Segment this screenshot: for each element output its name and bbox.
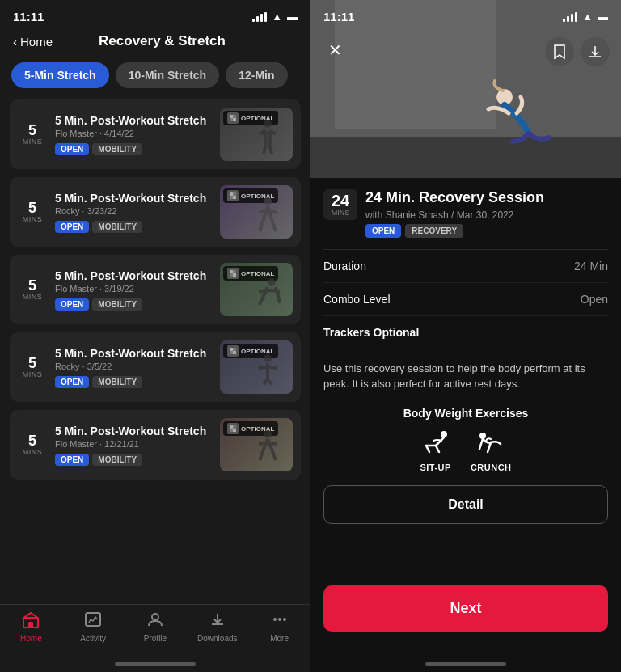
nav-home[interactable]: Home <box>0 611 62 643</box>
svg-point-31 <box>283 618 286 621</box>
workout-tags-2: OPEN MOBILITY <box>55 221 212 233</box>
detail-specs: Duration 24 Min Combo Level Open Tracker… <box>323 249 608 349</box>
nav-more[interactable]: More <box>248 611 310 643</box>
svg-rect-10 <box>230 270 233 273</box>
tag-open-5: OPEN <box>55 454 89 466</box>
nav-more-label: More <box>270 634 289 643</box>
wifi-icon: ▲ <box>272 11 282 23</box>
tag-mobility-4: MOBILITY <box>92 376 142 388</box>
nav-activity[interactable]: Activity <box>62 611 125 643</box>
tabs-row: 5-Min Stretch 10-Min Stretch 12-Min <box>0 57 310 96</box>
svg-rect-1 <box>233 118 236 121</box>
svg-point-24 <box>264 430 272 438</box>
nav-profile[interactable]: Profile <box>125 611 187 643</box>
workout-meta-3: Flo Master · 3/19/22 <box>55 284 212 294</box>
svg-point-4 <box>264 120 272 128</box>
battery-icon-right: ▬ <box>598 11 608 23</box>
back-label: Home <box>20 35 53 49</box>
optional-icon-1 <box>227 112 239 124</box>
workout-tags-1: OPEN MOBILITY <box>55 143 212 155</box>
workout-thumb-1: OPTIONAL <box>220 108 293 161</box>
detail-tag-recovery: RECOVERY <box>405 224 463 238</box>
workout-mins-4: 5 MINS <box>18 356 47 378</box>
spec-duration-label: Duration <box>323 260 366 273</box>
workout-card-4[interactable]: 5 MINS 5 Min. Post-Workout Stretch Rocky… <box>10 332 301 402</box>
workout-mins-3: 5 MINS <box>18 278 47 301</box>
nav-downloads[interactable]: Downloads <box>186 611 248 643</box>
svg-point-19 <box>264 354 272 362</box>
workout-list: 5 MINS 5 Min. Post-Workout Stretch Flo M… <box>0 96 310 604</box>
spec-row-combo: Combo Level Open <box>323 283 608 316</box>
workout-card-5[interactable]: 5 MINS 5 Min. Post-Workout Stretch Flo M… <box>10 410 301 480</box>
workout-info-4: 5 Min. Post-Workout Stretch Rocky · 3/5/… <box>55 347 212 388</box>
tag-open-4: OPEN <box>55 376 89 388</box>
tab-5min-stretch[interactable]: 5-Min Stretch <box>11 62 109 88</box>
figure-icon-2 <box>247 195 288 235</box>
signal-icon <box>252 12 267 22</box>
workout-card-2[interactable]: 5 MINS 5 Min. Post-Workout Stretch Rocky… <box>10 177 301 247</box>
home-icon <box>22 611 40 632</box>
spec-trackers: Trackers Optional <box>323 316 608 349</box>
workout-title-5: 5 Min. Post-Workout Stretch <box>55 425 212 437</box>
workout-meta-5: Flo Master · 12/21/21 <box>55 439 212 449</box>
workout-meta-4: Rocky · 3/5/22 <box>55 361 212 371</box>
tab-10min-stretch[interactable]: 10-Min Stretch <box>116 62 219 88</box>
header-left: ‹ Home Recovery & Stretch <box>0 28 310 57</box>
svg-rect-12 <box>233 270 236 273</box>
tag-mobility-5: MOBILITY <box>92 454 142 466</box>
workout-info-3: 5 Min. Post-Workout Stretch Flo Master ·… <box>55 269 212 311</box>
svg-rect-18 <box>230 351 233 354</box>
figure-icon-4 <box>247 350 288 391</box>
svg-rect-15 <box>230 348 233 351</box>
home-indicator-bar-right <box>425 662 506 666</box>
signal-icon-right <box>563 12 577 22</box>
svg-rect-2 <box>233 115 236 118</box>
nav-home-label: Home <box>20 634 42 643</box>
svg-rect-27 <box>86 613 100 626</box>
optional-icon-4 <box>227 345 239 357</box>
workout-title-3: 5 Min. Post-Workout Stretch <box>55 269 212 282</box>
workout-card-1[interactable]: 5 MINS 5 Min. Post-Workout Stretch Flo M… <box>10 99 301 169</box>
next-button[interactable]: Next <box>323 585 608 632</box>
svg-point-29 <box>273 618 277 621</box>
workout-tags-5: OPEN MOBILITY <box>55 454 212 466</box>
nav-profile-label: Profile <box>144 634 167 643</box>
figure-icon-1 <box>247 117 288 158</box>
workout-tags-4: OPEN MOBILITY <box>55 376 212 388</box>
close-button[interactable]: ✕ <box>322 37 348 63</box>
workout-meta-2: Rocky · 3/23/22 <box>55 206 212 216</box>
svg-rect-26 <box>28 622 33 628</box>
downloads-icon <box>209 611 226 632</box>
time-right: 11:11 <box>323 10 354 23</box>
workout-title-2: 5 Min. Post-Workout Stretch <box>55 192 212 205</box>
tag-open-2: OPEN <box>55 221 89 233</box>
tag-open-1: OPEN <box>55 143 89 155</box>
tab-12min[interactable]: 12-Min <box>226 62 287 88</box>
situp-label: SIT-UP <box>420 463 450 472</box>
svg-rect-6 <box>233 196 236 199</box>
svg-rect-33 <box>310 137 621 178</box>
back-button[interactable]: ‹ Home <box>13 35 53 49</box>
workout-card-3[interactable]: 5 MINS 5 Min. Post-Workout Stretch Flo M… <box>10 255 301 324</box>
optional-icon-3 <box>227 268 239 279</box>
status-icons-left: ▲ ▬ <box>252 11 298 23</box>
svg-rect-8 <box>230 196 233 199</box>
detail-tags: OPEN RECOVERY <box>365 224 608 238</box>
exercises-section: Body Weight Exercises <box>323 407 608 472</box>
figure-icon-5 <box>247 428 288 468</box>
workout-thumb-2: OPTIONAL <box>220 185 293 239</box>
detail-workout-title: 24 Min. Recovery Session <box>365 189 608 207</box>
home-indicator-right <box>310 656 621 672</box>
status-bar-right: 11:11 ▲ ▬ <box>310 0 621 28</box>
detail-duration-badge: 24 MINS <box>323 189 357 220</box>
download-button[interactable] <box>581 37 610 66</box>
spec-combo-value: Open <box>581 293 608 306</box>
nav-downloads-label: Downloads <box>197 634 237 643</box>
profile-icon <box>146 611 164 632</box>
nav-activity-label: Activity <box>80 634 106 643</box>
bookmark-button[interactable] <box>545 37 574 66</box>
svg-rect-20 <box>230 425 233 429</box>
figure-icon-3 <box>247 273 288 313</box>
exercise-situp: SIT-UP <box>420 431 450 472</box>
detail-button[interactable]: Detail <box>323 485 608 524</box>
